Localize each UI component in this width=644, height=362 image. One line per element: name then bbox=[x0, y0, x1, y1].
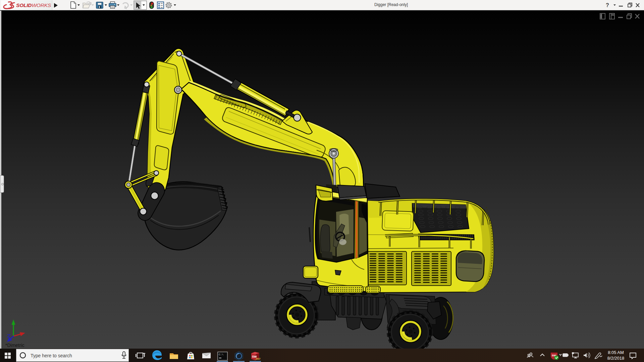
svg-text:SOLIDWORKS: SOLIDWORKS bbox=[16, 2, 51, 8]
svg-text:2017: 2017 bbox=[256, 358, 261, 360]
svg-text:?: ? bbox=[606, 2, 609, 8]
svg-text:C:\: C:\ bbox=[219, 353, 224, 356]
